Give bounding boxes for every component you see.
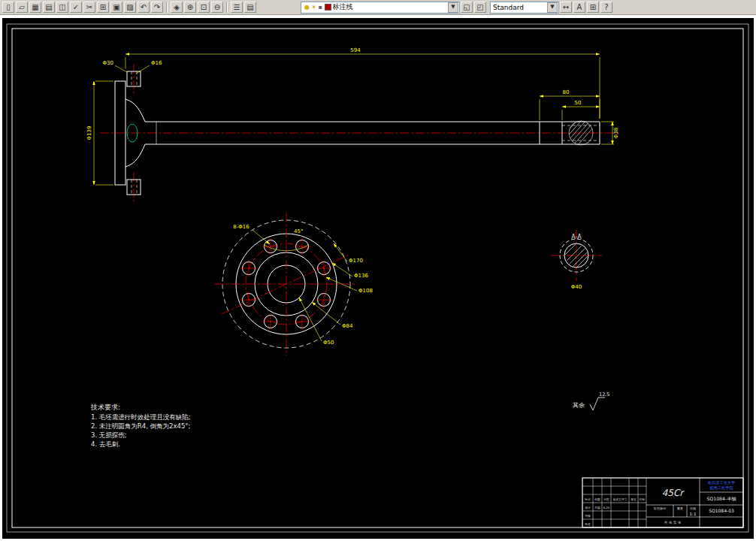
spell-check-icon[interactable]: ✓ <box>70 2 82 13</box>
match-properties-icon[interactable]: ▨ <box>124 2 136 13</box>
file-edit-icon-group: ▯▱▦▤◫✓✂⊞▣▨↶↷ <box>2 2 164 13</box>
toolbar-separator <box>226 2 228 13</box>
section-view-aa: A-A Φ40 <box>551 230 602 290</box>
school-name-line1: 哈尔滨工业大学 <box>708 480 735 485</box>
school-name-line2: 机电工程学院 <box>709 485 733 491</box>
layer-thaw-icon[interactable]: ☀ <box>311 2 316 13</box>
dim-bolt-circle: Φ108 <box>358 288 373 294</box>
tech-line: 3. 无损探伤; <box>91 431 127 439</box>
svg-text:比例: 比例 <box>690 506 696 511</box>
zoom-realtime-icon[interactable]: ⊕ <box>184 2 196 13</box>
main-toolbar: ▯▱▦▤◫✓✂⊞▣▨↶↷ ◈⊕⊡⊖ ☰▤ ● ☀ ▪ 标注线 ▼ ◱◰ Stan… <box>0 0 756 15</box>
svg-text:审核: 审核 <box>585 514 591 518</box>
flange-front-view: 8-Φ16 45° Φ170 Φ136 Φ108 Φ84 Φ50 <box>215 213 373 355</box>
paste-icon[interactable]: ▣ <box>110 2 122 13</box>
style-icon-group: ↔A⊞? <box>559 2 613 13</box>
dim-style-icon[interactable]: ↔ <box>560 2 572 13</box>
material-label: 45Cr <box>662 488 685 498</box>
help-icon[interactable]: ? <box>600 2 612 13</box>
drawing-canvas[interactable]: 594 80 50 Φ38 Φ139 Φ30 Φ16 <box>2 18 754 539</box>
layer-dropdown[interactable]: ● ☀ ▪ 标注线 ▼ <box>301 2 460 14</box>
layer-on-icon[interactable]: ● <box>304 2 310 13</box>
cad-drawing: 594 80 50 Φ38 Φ139 Φ30 Φ16 <box>2 18 754 539</box>
layer-states-icon[interactable]: ▤ <box>244 2 256 13</box>
layer-color-chip[interactable] <box>325 4 331 11</box>
dim-spline-diameter: Φ40 <box>571 284 582 290</box>
surface-finish-note: 其余 12.5 <box>573 391 609 410</box>
flange-dimensions: 8-Φ16 45° Φ170 Φ136 Φ108 Φ84 Φ50 <box>233 224 373 346</box>
part-name: SQ1084-半轴 <box>706 496 736 502</box>
text-style-icon[interactable]: A <box>573 2 585 13</box>
dim-total-length: 594 <box>350 47 361 53</box>
svg-text:分区: 分区 <box>603 497 609 501</box>
cut-icon[interactable]: ✂ <box>83 2 95 13</box>
undo-icon[interactable]: ↶ <box>138 2 150 13</box>
dim-end-diameter: Φ38 <box>613 128 619 138</box>
revision-labels: 标记 处数 分区 更改文件号 签名 日期 设计 刘某 6.20 审核 批准 <box>584 497 645 526</box>
dim-hub-diameter: Φ84 <box>342 323 353 329</box>
plot-icon[interactable]: ▤ <box>43 2 55 13</box>
style-dropdown-value[interactable]: Standard <box>493 4 545 11</box>
make-object-layer-current-icon[interactable]: ◱ <box>461 2 473 13</box>
layer-dropdown-value[interactable]: 标注线 <box>333 2 446 12</box>
svg-text:设计: 设计 <box>585 506 591 509</box>
dim-step-length: 80 <box>563 89 570 95</box>
layer-tools-icon-group: ◱◰ <box>460 2 487 13</box>
revision-table <box>582 478 646 527</box>
shaft-side-view: 594 80 50 Φ38 Φ139 Φ30 Φ16 <box>86 47 619 201</box>
dim-flange-diameter: Φ139 <box>86 126 92 141</box>
svg-text:标记: 标记 <box>584 497 591 501</box>
copy-icon[interactable]: ⊞ <box>97 2 109 13</box>
sheets-label: 共 张 第 张 <box>664 521 682 524</box>
svg-text:阶段标记: 阶段标记 <box>654 506 666 511</box>
chevron-down-icon[interactable]: ▼ <box>448 2 458 13</box>
drawing-number: SQ1084-03 <box>709 508 734 513</box>
svg-text:更改文件号: 更改文件号 <box>613 497 627 501</box>
toolbar-separator <box>166 2 168 13</box>
title-block: 标记 处数 分区 更改文件号 签名 日期 设计 刘某 6.20 审核 批准 45… <box>582 478 743 527</box>
dim-flange-diameter: Φ136 <box>354 273 368 279</box>
table-style-icon[interactable]: ⊞ <box>587 2 599 13</box>
dim-spline-length: 50 <box>575 100 582 106</box>
dim-boss-diameter: Φ30 <box>103 60 113 66</box>
svg-text:6.20: 6.20 <box>603 506 610 509</box>
finish-prefix: 其余 <box>573 402 585 409</box>
shaft-dimensions: 594 80 50 Φ38 Φ139 Φ30 Φ16 <box>86 47 619 185</box>
paper-frame <box>7 24 748 532</box>
layer-lock-icon[interactable]: ▪ <box>318 2 322 13</box>
layer-properties-icon[interactable]: ☰ <box>231 2 243 13</box>
zoom-previous-icon[interactable]: ⊖ <box>211 2 223 13</box>
style-dropdown[interactable]: Standard ▼ <box>490 2 559 14</box>
tech-line: 1. 毛坯需进行时效处理且没有缺陷; <box>91 413 191 421</box>
dim-hole-angle: 45° <box>294 228 303 234</box>
redo-icon[interactable]: ↷ <box>151 2 163 13</box>
plot-preview-icon[interactable]: ◫ <box>56 2 68 13</box>
chevron-down-icon[interactable]: ▼ <box>547 2 558 13</box>
tech-line: 2. 未注明圆角为R4, 倒角为2x45°; <box>91 422 190 430</box>
dim-outer-diameter: Φ170 <box>349 258 363 264</box>
finish-value: 12.5 <box>599 391 609 397</box>
dim-boss-hole: Φ16 <box>151 60 162 66</box>
scale-row: 阶段标记 重量 比例 1:1 共 张 第 张 <box>654 506 696 524</box>
zoom-window-icon[interactable]: ⊡ <box>198 2 210 13</box>
tech-title: 技术要求: <box>90 403 120 411</box>
svg-text:日期: 日期 <box>639 497 645 501</box>
svg-text:签名: 签名 <box>631 497 637 501</box>
layer-icon-group: ☰▤ <box>230 2 257 13</box>
svg-text:重量: 重量 <box>676 506 683 510</box>
roughness-icon <box>590 397 605 410</box>
svg-text:处数: 处数 <box>594 497 600 501</box>
svg-text:刘某: 刘某 <box>594 506 600 509</box>
dim-bore-diameter: Φ50 <box>323 340 334 346</box>
scale-value: 1:1 <box>690 512 697 516</box>
pan-icon[interactable]: ◈ <box>171 2 183 13</box>
save-icon[interactable]: ▦ <box>29 2 41 13</box>
new-icon[interactable]: ▯ <box>2 2 14 13</box>
dim-bolt-holes: 8-Φ16 <box>233 224 249 230</box>
zoom-icon-group: ◈⊕⊡⊖ <box>170 2 224 13</box>
technical-requirements: 技术要求: 1. 毛坯需进行时效处理且没有缺陷; 2. 未注明圆角为R4, 倒角… <box>90 403 191 448</box>
open-icon[interactable]: ▱ <box>16 2 28 13</box>
tech-line: 4. 去毛刺. <box>91 440 120 448</box>
svg-text:批准: 批准 <box>585 522 591 526</box>
layer-previous-icon[interactable]: ◰ <box>474 2 486 13</box>
